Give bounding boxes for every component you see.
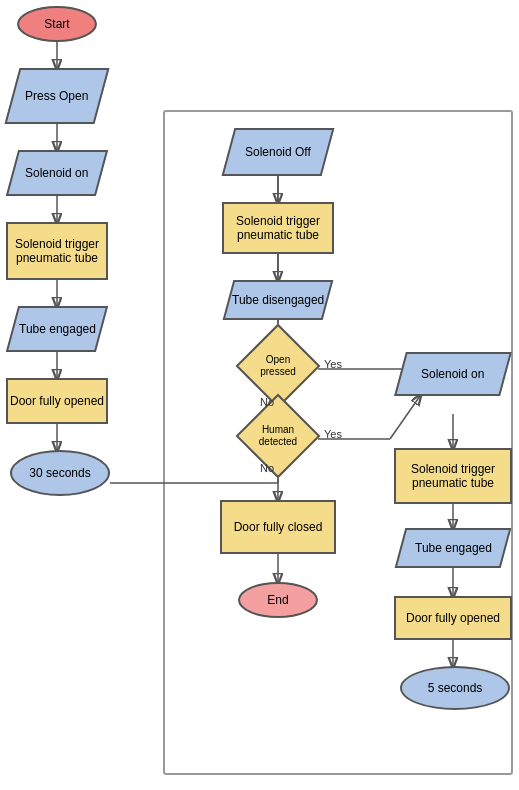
door-fully-opened-right-label: Door fully opened <box>406 611 500 625</box>
thirty-seconds-shape: 30 seconds <box>10 450 110 496</box>
yes-label-human: Yes <box>324 428 342 440</box>
tube-disengaged-label: Tube disengaged <box>232 293 324 307</box>
tube-engaged-right-shape: Tube engaged <box>395 528 512 568</box>
end-shape: End <box>238 582 318 618</box>
no-label-human: No <box>260 462 274 474</box>
solenoid-on-right-label: Solenoid on <box>421 367 484 381</box>
solenoid-trigger-right-bottom-label: Solenoid trigger pneumatic tube <box>396 462 510 490</box>
no-label-open: No <box>260 396 274 408</box>
tube-engaged-left-label: Tube engaged <box>19 322 96 336</box>
five-seconds-shape: 5 seconds <box>400 666 510 710</box>
tube-engaged-right-label: Tube engaged <box>415 541 492 555</box>
solenoid-off-label: Solenoid Off <box>245 145 311 159</box>
solenoid-trigger-right-top-shape: Solenoid trigger pneumatic tube <box>222 202 334 254</box>
door-fully-closed-label: Door fully closed <box>234 520 323 534</box>
five-seconds-label: 5 seconds <box>428 681 483 695</box>
solenoid-trigger-left-shape: Solenoid trigger pneumatic tube <box>6 222 108 280</box>
tube-engaged-left-shape: Tube engaged <box>6 306 108 352</box>
human-detected-label: Human detected <box>250 424 306 448</box>
solenoid-on-left-label: Solenoid on <box>25 166 88 180</box>
solenoid-on-left-shape: Solenoid on <box>6 150 108 196</box>
solenoid-off-shape: Solenoid Off <box>222 128 335 176</box>
thirty-seconds-label: 30 seconds <box>29 466 90 480</box>
solenoid-on-right-shape: Solenoid on <box>394 352 512 396</box>
start-label: Start <box>44 17 69 31</box>
solenoid-trigger-right-top-label: Solenoid trigger pneumatic tube <box>224 214 332 242</box>
door-fully-closed-shape: Door fully closed <box>220 500 336 554</box>
door-fully-opened-left-shape: Door fully opened <box>6 378 108 424</box>
solenoid-trigger-right-bottom-shape: Solenoid trigger pneumatic tube <box>394 448 512 504</box>
press-open-label: Press Open <box>25 89 88 103</box>
yes-label-open: Yes <box>324 358 342 370</box>
door-fully-opened-right-shape: Door fully opened <box>394 596 512 640</box>
tube-disengaged-shape: Tube disengaged <box>223 280 334 320</box>
start-shape: Start <box>17 6 97 42</box>
solenoid-trigger-left-label: Solenoid trigger pneumatic tube <box>8 237 106 265</box>
open-pressed-label: Open pressed <box>250 354 306 378</box>
door-fully-opened-left-label: Door fully opened <box>10 394 104 408</box>
flowchart-diagram: Start Press Open Solenoid on Solenoid tr… <box>0 0 519 790</box>
press-open-shape: Press Open <box>4 68 109 124</box>
end-label: End <box>267 593 288 607</box>
